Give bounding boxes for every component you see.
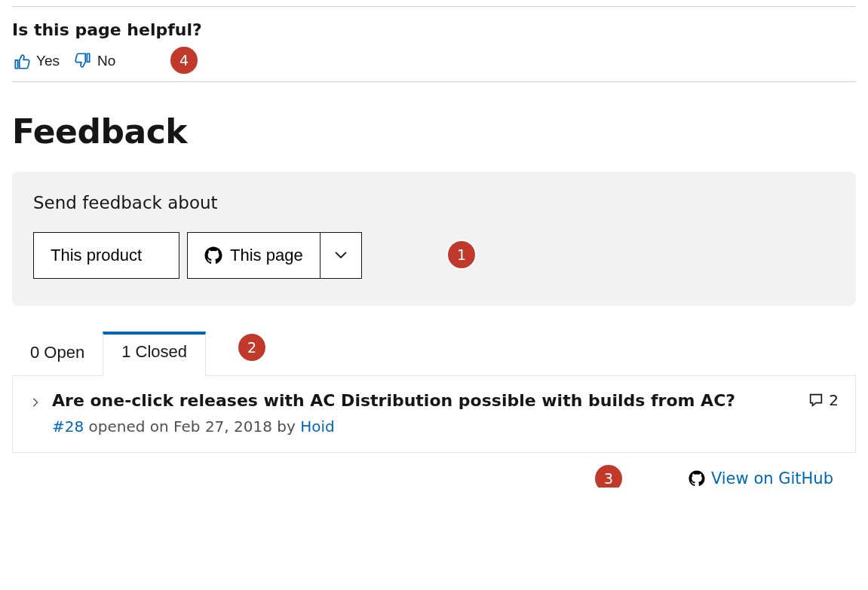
helpful-yes-button[interactable]: Yes — [12, 51, 60, 71]
annotation-badge-1: 1 — [448, 241, 475, 268]
this-product-label: This product — [51, 246, 142, 265]
thumb-down-icon — [73, 51, 93, 71]
divider-mid — [12, 81, 856, 82]
chevron-down-icon — [333, 247, 349, 264]
github-icon — [689, 470, 705, 487]
send-feedback-about-label: Send feedback about — [33, 193, 835, 212]
footer-row: 3 View on GitHub — [12, 469, 856, 488]
external-link-icon — [149, 249, 162, 262]
helpful-controls: Yes No 4 — [12, 51, 856, 71]
view-on-github-label: View on GitHub — [711, 469, 833, 488]
issue-number-link[interactable]: #28 — [52, 417, 84, 436]
view-on-github-link[interactable]: View on GitHub — [689, 469, 856, 488]
feedback-panel: Send feedback about This product This pa… — [12, 172, 856, 306]
annotation-badge-4: 4 — [170, 47, 198, 74]
feedback-this-page-dropdown[interactable] — [320, 232, 362, 279]
issue-comment-count: 2 — [808, 391, 839, 409]
comment-number: 2 — [829, 391, 839, 409]
tab-open[interactable]: 0 Open — [12, 332, 103, 376]
github-icon — [204, 246, 222, 264]
divider-top — [12, 6, 856, 7]
tab-closed[interactable]: 1 Closed — [103, 332, 206, 376]
chevron-right-icon[interactable] — [29, 396, 41, 408]
helpful-no-button[interactable]: No — [73, 51, 115, 71]
yes-label: Yes — [36, 53, 60, 69]
external-link-icon — [839, 470, 856, 487]
feedback-heading: Feedback — [12, 112, 856, 151]
issues-tabs: 0 Open 1 Closed 2 — [12, 332, 856, 376]
this-page-label: This page — [230, 246, 303, 265]
annotation-badge-2: 2 — [238, 334, 265, 361]
thumb-up-icon — [12, 51, 32, 71]
feedback-this-product-button[interactable]: This product — [33, 232, 179, 279]
page-helpful-title: Is this page helpful? — [12, 20, 856, 39]
issue-author-link[interactable]: Hoid — [300, 417, 335, 436]
issue-meta: #28 opened on Feb 27, 2018 by Hoid — [52, 417, 839, 436]
feedback-this-page-button[interactable]: This page — [187, 232, 320, 279]
annotation-badge-3: 3 — [595, 465, 622, 488]
comment-icon — [808, 392, 824, 408]
no-label: No — [97, 53, 115, 69]
issue-item: Are one-click releases with AC Distribut… — [12, 375, 856, 453]
issue-title-link[interactable]: Are one-click releases with AC Distribut… — [52, 391, 797, 410]
issue-meta-text: opened on Feb 27, 2018 by — [89, 417, 296, 436]
